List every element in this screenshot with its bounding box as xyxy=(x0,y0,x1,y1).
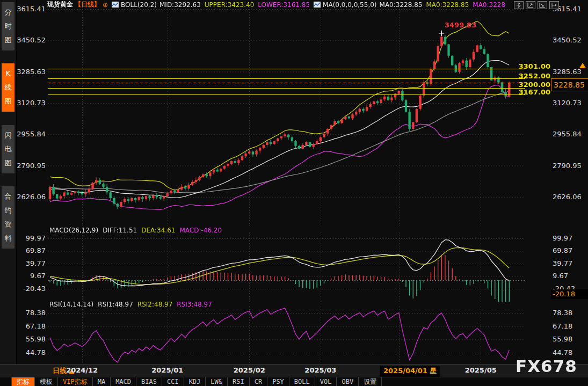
main-y-tick-left: 3120.73 xyxy=(15,99,46,107)
rsi-y-tick-right: 78.38 xyxy=(553,309,587,317)
window-controls xyxy=(514,1,559,9)
scale-right-icon[interactable] xyxy=(538,1,547,9)
date-label: 2025/05 xyxy=(451,366,510,374)
symbol-name: 现货黄金 xyxy=(47,0,73,9)
toolbar-item-vol[interactable]: VOL xyxy=(315,377,337,386)
current-price-label: 3228.85 xyxy=(551,78,588,91)
macd-y-tick-right: 39.77 xyxy=(553,259,587,267)
toolbar-item-boll[interactable]: BOLL xyxy=(289,377,315,386)
main-y-tick-left: 3450.52 xyxy=(15,36,46,44)
sidebar-tab-lightning-chart[interactable]: 闪电图 xyxy=(2,125,14,173)
boll-indicator-icon xyxy=(112,2,119,8)
date-label: 2025/03 xyxy=(291,366,350,374)
rsi3-value: RSI3:48.97 xyxy=(177,301,212,308)
sidebar-tab-time-chart[interactable]: 分时图 xyxy=(2,2,14,50)
sidebar-tab-contract-info[interactable]: 合约资料 xyxy=(2,186,14,249)
macd-macd-value: MACD:-46.20 xyxy=(179,227,222,234)
main-y-tick-right: 3450.52 xyxy=(553,36,587,44)
sidebar-tab-kline-chart[interactable]: K线图 xyxy=(2,63,14,112)
main-y-tick-right: 2790.95 xyxy=(553,162,587,170)
toolbar-item-templates[interactable]: 模板 xyxy=(35,377,58,386)
date-label: 2025/02 xyxy=(220,366,279,374)
macd-label-row: MACD(26,12,9) DIFF:11.51 DEA:34.61 MACD:… xyxy=(49,227,222,234)
toolbar-item-indicators[interactable]: 指标 xyxy=(11,377,35,386)
toolbar-item-obv[interactable]: OBV xyxy=(337,377,359,386)
price-up-arrow-icon xyxy=(579,63,586,68)
shift-right-icon[interactable] xyxy=(549,1,559,9)
chart-header: 现货黄金 【日线】 ⊕ BOLL(20,2) MID:3292.63 UPPER… xyxy=(47,1,505,9)
main-y-tick-left: 2626.06 xyxy=(15,193,46,201)
ma0-value-magenta: MA0:3228 xyxy=(473,1,505,9)
period-label: 【日线】 xyxy=(75,0,100,9)
rsi-label-row: RSI(14,14,14) RSI1:48.97 RSI2:48.97 RSI3… xyxy=(49,301,212,308)
level-price-label: 3252.00 xyxy=(507,72,550,80)
main-y-tick-left: 3285.63 xyxy=(15,68,46,76)
macd-current-value-label: -20.18 xyxy=(551,289,588,299)
boll-name-label: BOLL(20,2) xyxy=(121,1,157,9)
rsi1-value: RSI1:48.97 xyxy=(98,301,133,308)
rsi-y-tick-right: 44.78 xyxy=(553,348,587,356)
rsi-y-tick-right: 67.18 xyxy=(553,322,587,330)
macd-dea-value: DEA:34.61 xyxy=(141,227,175,234)
main-y-tick-left: 2790.95 xyxy=(15,162,46,170)
macd-y-tick-left: 69.87 xyxy=(15,246,46,254)
main-y-tick-right: 2626.06 xyxy=(553,193,587,201)
main-chart-canvas[interactable] xyxy=(48,8,525,225)
main-y-tick-right: 3285.63 xyxy=(553,68,587,76)
level-price-label: 3200.00 xyxy=(507,81,550,89)
toolbar-item-settings[interactable]: 设置 xyxy=(359,377,382,386)
date-label: 2024/12 xyxy=(53,366,112,374)
macd-panel-canvas[interactable] xyxy=(48,232,525,302)
rsi-y-tick-left: 78.38 xyxy=(15,309,46,317)
toolbar-item-ma[interactable]: MA xyxy=(93,377,111,386)
toolbar-item-cci[interactable]: CCI xyxy=(162,377,184,386)
watermark-logo: FX678 xyxy=(516,356,577,376)
main-y-tick-right: 2955.84 xyxy=(553,130,587,138)
boll-mid-value: MID:3292.63 xyxy=(159,1,201,9)
level-price-label: 3301.00 xyxy=(507,62,550,70)
left-sidebar: 分时图K线图闪电图合约资料 xyxy=(0,0,17,364)
ma0-value-white: MA0:3228.85 xyxy=(380,1,423,9)
rsi-y-tick-right: 55.98 xyxy=(553,335,587,343)
rsi-y-tick-left: 67.18 xyxy=(15,322,46,330)
ma0-value-yellow: MA0:3228.85 xyxy=(426,1,469,9)
scale-up-icon[interactable] xyxy=(526,1,535,9)
toolbar-item-cr[interactable]: CR xyxy=(250,377,267,386)
macd-y-tick-left: 99.97 xyxy=(15,234,46,242)
toolbar-item-lwr[interactable]: LW& xyxy=(206,377,228,386)
macd-y-tick-left: 39.77 xyxy=(15,259,46,267)
swing-high-label: 3499.83 xyxy=(445,21,476,29)
rsi-y-tick-left: 55.98 xyxy=(15,335,46,343)
ma-name-label: MA(0,0,0,0,55,0) xyxy=(323,1,376,9)
toolbar-item-bias[interactable]: BIAS xyxy=(136,377,162,386)
ma-indicator-icon xyxy=(314,2,321,8)
macd-y-tick-right: 99.97 xyxy=(553,234,587,242)
rsi-y-tick-left: 44.78 xyxy=(15,348,46,356)
toolbar-item-vip-indicators[interactable]: VIP指标 xyxy=(58,377,93,386)
toolbar-item-kdj[interactable]: KDJ xyxy=(184,377,206,386)
boll-lower-value: LOWER:3161.85 xyxy=(258,1,310,9)
indicator-toolbar: 指标模板VIP指标MAMACDBIASCCIKDJLW&RSICRPSYBOLL… xyxy=(0,377,588,386)
pan-tool-icon[interactable] xyxy=(514,1,524,9)
rsi2-value: RSI2:48.97 xyxy=(137,301,173,308)
main-y-tick-right: 3120.73 xyxy=(553,99,587,107)
main-y-tick-left: 2955.84 xyxy=(15,130,46,138)
toolbar-item-psy[interactable]: PSY xyxy=(267,377,289,386)
trading-app-window: 现货黄金 【日线】 ⊕ BOLL(20,2) MID:3292.63 UPPER… xyxy=(0,0,588,386)
date-label: 2025/01 xyxy=(138,366,197,374)
toolbar-item-rsi[interactable]: RSI xyxy=(228,377,250,386)
macd-y-tick-left: 9.67 xyxy=(15,272,46,280)
macd-y-tick-right: 69.87 xyxy=(553,246,587,254)
macd-y-tick-left: -20.43 xyxy=(15,285,46,293)
rsi-title: RSI(14,14,14) xyxy=(49,301,93,308)
main-y-tick-left: 3615.41 xyxy=(15,5,46,13)
macd-title: MACD(26,12,9) xyxy=(49,227,98,234)
macd-diff-value: DIFF:11.51 xyxy=(103,227,137,234)
rsi-panel-canvas[interactable] xyxy=(48,306,525,363)
boll-upper-value: UPPER:3423.40 xyxy=(205,1,254,9)
add-indicator-icon[interactable]: ⊕ xyxy=(103,1,108,9)
macd-y-tick-right: 9.67 xyxy=(553,272,587,280)
toolbar-item-macd[interactable]: MACD xyxy=(111,377,136,386)
level-price-label: 3167.00 xyxy=(507,88,550,96)
